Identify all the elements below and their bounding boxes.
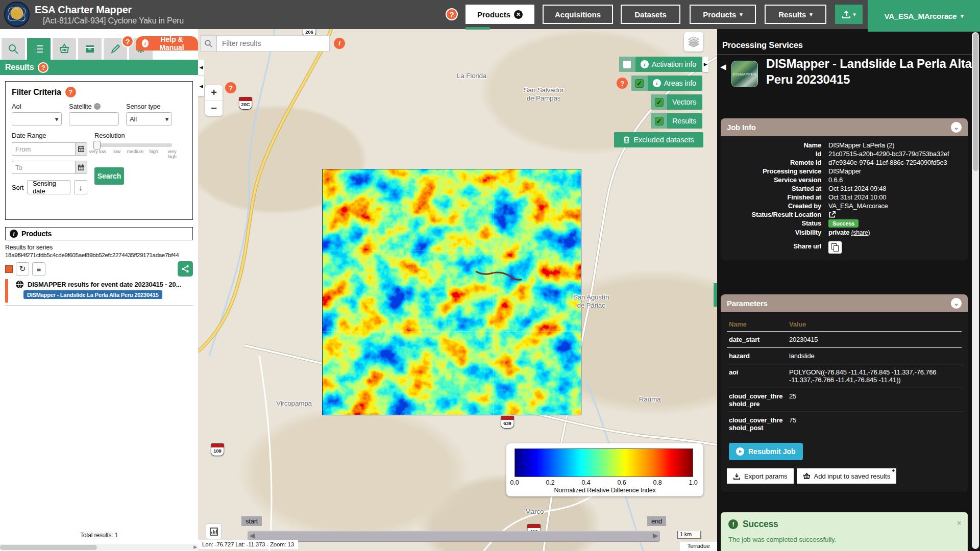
timeline-start-label[interactable]: start	[241, 516, 262, 526]
series-id: 18a9f94f271cfdb5c4cde9f605aef89bb52efc22…	[5, 252, 195, 259]
help-icon[interactable]: ?	[617, 78, 628, 89]
sort-select[interactable]: Sensing date	[27, 180, 70, 194]
minus-circle-icon[interactable]: −	[94, 103, 101, 110]
job-remote-id: d7e9340e-9764-11ef-886c-7254090fd5e3	[828, 159, 962, 166]
processing-services-panel: Processing Services ◀ DISMAPPER DISMappe…	[717, 29, 980, 551]
close-icon[interactable]: ×	[957, 519, 961, 527]
search-button[interactable]: Search	[94, 167, 124, 185]
help-icon[interactable]: ?	[121, 35, 134, 47]
tab-results-menu[interactable]: Results ▾	[765, 5, 826, 24]
share-button[interactable]	[178, 261, 193, 277]
zoom-in-button[interactable]: +	[205, 85, 223, 101]
result-badge[interactable]: DISMapper - Landslide La Perla Alta Peru…	[23, 290, 162, 299]
info-icon[interactable]: i	[334, 38, 345, 49]
timeline-slider[interactable]: ◀ ▶	[248, 531, 660, 542]
sort-direction-button[interactable]: ↓	[74, 180, 87, 194]
parameters-header[interactable]: Parameters ⌄	[721, 294, 968, 312]
calendar-to-button[interactable]	[76, 161, 87, 174]
map-attribution[interactable]: Terradue	[680, 542, 717, 551]
tab-datasets-box[interactable]	[78, 38, 102, 60]
tab-basket[interactable]	[53, 38, 76, 60]
panel-edge-handle[interactable]	[714, 283, 717, 307]
scrollbar-thumb[interactable]	[0, 545, 97, 550]
map-canvas[interactable]: La Florida San Salvadorde Pampas San Agu…	[198, 29, 717, 551]
trash-icon	[623, 136, 630, 143]
chevron-down-icon[interactable]: ⌄	[951, 122, 962, 133]
date-to-input[interactable]	[12, 161, 76, 174]
job-name: DISMapper LaPerla (2)	[828, 141, 962, 149]
sensor-type-select[interactable]: All▾	[126, 112, 172, 126]
help-icon[interactable]: ?	[65, 87, 76, 97]
checkbox-checked[interactable]: ✓	[635, 79, 644, 88]
products-section-header[interactable]: i Products	[5, 227, 193, 240]
service-thumbnail[interactable]: DISMAPPER	[731, 61, 758, 87]
job-info-header[interactable]: Job Info ⌄	[721, 118, 968, 136]
info-icon: i	[641, 60, 649, 68]
slider-right-handle[interactable]: ▶	[653, 532, 658, 539]
aoi-select[interactable]: ▾	[12, 112, 62, 126]
chevron-down-icon: ▾	[740, 11, 743, 18]
layer-toggle-areas-info[interactable]: ✓ iAreas info	[631, 76, 702, 91]
map-filter-input[interactable]	[216, 35, 330, 52]
help-icon[interactable]: ?	[446, 8, 458, 20]
add-input-to-saved-results-button[interactable]: Add input to saved results +	[797, 468, 897, 484]
layer-toggle-vectors[interactable]: ✓ Vectors	[651, 94, 702, 110]
layer-toggle-results[interactable]: ✓ Results	[651, 113, 702, 129]
job-service: DISMapper	[828, 167, 962, 175]
checkbox-checked[interactable]: ✓	[655, 117, 664, 126]
tab-products-menu[interactable]: Products ▾	[690, 5, 756, 24]
resubmit-job-button[interactable]: Resubmit Job	[729, 443, 803, 460]
horizontal-scrollbar[interactable]: ▶	[0, 544, 198, 550]
export-params-button[interactable]: Export params	[727, 468, 794, 484]
date-from-input[interactable]	[12, 142, 76, 156]
close-icon[interactable]: ✕	[514, 10, 523, 19]
layer-panel-expand-handle[interactable]: ▶	[702, 57, 708, 72]
result-list-item[interactable]: DISMAPPER results for event date 2023041…	[5, 279, 193, 306]
user-menu[interactable]: VA_ESA_MArcorace ▾	[868, 0, 980, 32]
share-link[interactable]: (share)	[851, 229, 870, 236]
help-icon[interactable]: ?	[38, 62, 48, 73]
map-left-collapse-handle[interactable]: ◀	[198, 76, 204, 96]
activation-subtitle: [Act-811/Call-934] Cyclone Yaku in Peru	[43, 16, 184, 26]
scroll-right-icon[interactable]: ▶	[193, 544, 197, 549]
status-result-link[interactable]	[828, 211, 962, 218]
back-icon[interactable]: ◀	[720, 62, 726, 71]
copy-share-url-button[interactable]	[828, 241, 842, 254]
chevron-down-icon[interactable]: ⌄	[951, 298, 962, 309]
timeline-end-label[interactable]: end	[647, 516, 666, 526]
timeline-toggle-button[interactable]	[206, 523, 222, 539]
info-icon: i	[653, 79, 661, 87]
series-color-swatch[interactable]	[5, 265, 13, 273]
excluded-datasets-button[interactable]: Excluded datasets	[614, 132, 703, 147]
job-service-version: 0.6.6	[828, 176, 962, 184]
basemap-layers-button[interactable]	[684, 32, 703, 52]
tab-acquisitions[interactable]: Acquisitions	[543, 5, 613, 24]
sort-label: Sort	[12, 184, 23, 191]
tab-results-list[interactable]	[27, 38, 51, 60]
tab-products-active[interactable]: Products ✕	[465, 5, 534, 24]
app-title: ESA Charter Mapper	[35, 4, 132, 16]
panel-scrollbar[interactable]	[972, 32, 979, 549]
tab-search[interactable]	[2, 38, 25, 60]
checkbox-unchecked[interactable]	[623, 60, 631, 69]
calendar-from-button[interactable]	[76, 142, 87, 156]
scrollbar-thumb[interactable]	[973, 33, 978, 171]
nrdi-raster-overlay[interactable]	[322, 169, 581, 415]
table-row: cloud_cover_threshold_pre25	[727, 388, 962, 412]
checkbox-checked[interactable]: ✓	[655, 98, 664, 107]
help-manual-button[interactable]: i Help & Manual	[136, 36, 198, 51]
list-view-button[interactable]: ≡	[32, 262, 45, 276]
map-search-button[interactable]	[200, 35, 216, 52]
chevron-down-icon: ▾	[55, 115, 58, 123]
layer-toggle-activation-info[interactable]: iActivation info	[619, 57, 702, 72]
upload-button[interactable]: ▾	[835, 5, 863, 24]
help-icon[interactable]: ?	[225, 82, 236, 93]
satellite-input[interactable]	[69, 112, 119, 126]
zoom-out-button[interactable]: −	[205, 101, 223, 116]
resolution-slider[interactable]	[94, 143, 172, 147]
refresh-button[interactable]: ↻	[16, 262, 29, 276]
selection-bar	[5, 279, 8, 303]
tab-datasets[interactable]: Datasets	[621, 5, 680, 24]
sidebar-collapse-handle[interactable]: ◀	[198, 60, 204, 75]
slider-left-handle[interactable]: ◀	[250, 532, 255, 539]
